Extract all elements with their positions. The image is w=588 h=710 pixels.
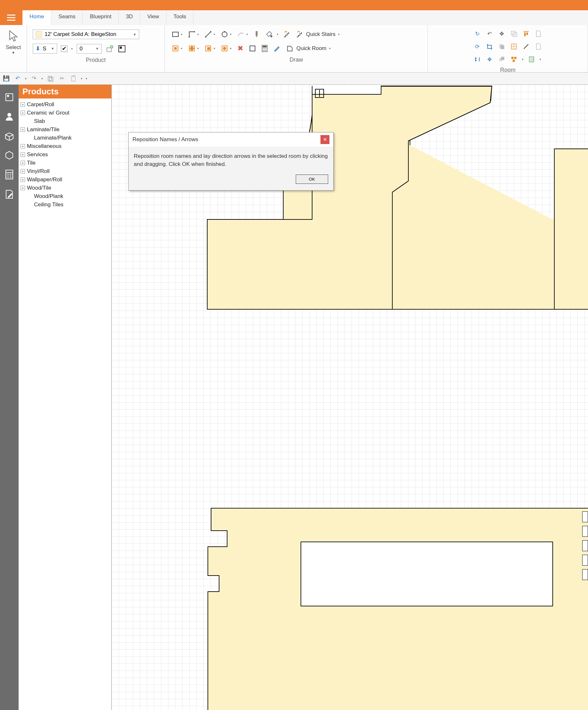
tree-item[interactable]: Laminate/Plank	[20, 134, 110, 142]
outline-rect-icon[interactable]	[248, 44, 257, 53]
calculator-icon[interactable]	[260, 44, 269, 53]
rail-user-icon[interactable]	[4, 112, 14, 121]
rail-box-icon[interactable]	[4, 150, 14, 160]
qat-customize[interactable]: ▾	[86, 77, 87, 80]
grid-icon[interactable]	[510, 42, 518, 51]
tab-home[interactable]: Home	[22, 10, 51, 25]
tree-item[interactable]: +Vinyl/Roll	[20, 167, 110, 175]
doc-icon[interactable]	[534, 29, 542, 38]
list-icon[interactable]	[527, 55, 536, 64]
expand-icon[interactable]: +	[21, 186, 25, 190]
tree-label: Vinyl/Roll	[27, 168, 50, 174]
tree-item[interactable]: +Services	[20, 150, 110, 159]
s-dropdown[interactable]: ⬇ S ▼	[33, 44, 57, 53]
rail-calculator-icon[interactable]	[5, 169, 14, 180]
undo-icon[interactable]: ↶	[14, 74, 22, 83]
expand-icon[interactable]: +	[21, 178, 25, 182]
rotate-icon[interactable]: ↻	[473, 29, 481, 38]
tab-tools[interactable]: Tools	[166, 10, 194, 25]
expand-icon[interactable]: +	[21, 161, 25, 165]
refresh-icon[interactable]: ⟳	[473, 42, 481, 51]
paint-bucket-icon[interactable]	[265, 30, 273, 39]
tree-item[interactable]: +Ceramic w/ Grout	[20, 109, 110, 117]
checkbox[interactable]: ✔	[61, 46, 67, 52]
save-icon[interactable]: 💾	[2, 74, 10, 83]
dialog-titlebar[interactable]: Reposition Names / Arrows ✕	[128, 133, 333, 147]
svg-rect-50	[48, 76, 52, 81]
edge-marker[interactable]	[582, 555, 588, 566]
tree-item[interactable]: +Wallpaper/Roll	[20, 175, 110, 184]
edge-marker[interactable]	[582, 526, 588, 537]
add-product-icon[interactable]	[105, 45, 114, 53]
align-top-icon[interactable]	[522, 29, 530, 38]
corner-tool[interactable]: ▾	[187, 29, 199, 39]
close-icon[interactable]: ✕	[321, 135, 329, 144]
cursor-icon[interactable]	[8, 29, 19, 42]
tab-seams[interactable]: Seams	[51, 10, 83, 25]
hatch-2[interactable]: ▾	[187, 44, 199, 53]
line-tool[interactable]: ▾	[203, 29, 216, 39]
expand-icon[interactable]: +	[21, 152, 25, 157]
delete-icon[interactable]: ✖	[236, 44, 244, 53]
app-menu-button[interactable]	[0, 10, 22, 25]
paste-icon[interactable]	[69, 74, 78, 83]
products-panel: Products +Carpet/Roll +Ceramic w/ Grout …	[19, 85, 112, 710]
select-dropdown[interactable]: ▼	[11, 51, 15, 54]
room-group-label: Room	[500, 67, 516, 73]
expand-icon[interactable]: +	[21, 127, 25, 132]
copy-shape-icon[interactable]	[510, 29, 518, 38]
circle-tool[interactable]: ▾	[220, 29, 232, 39]
crop-icon[interactable]	[485, 42, 494, 51]
tree-item[interactable]: Wood/Plank	[20, 192, 110, 200]
layout-icon[interactable]	[118, 45, 126, 53]
edge-marker[interactable]	[582, 512, 588, 522]
rail-box-open-icon[interactable]	[4, 131, 15, 141]
shape-union-icon[interactable]	[497, 55, 506, 64]
quick-room-button[interactable]: Quick Room ▾	[285, 44, 331, 53]
hatch-3[interactable]: ▾	[203, 44, 216, 53]
expand-icon[interactable]: +	[21, 169, 25, 173]
pencil-icon[interactable]	[273, 44, 281, 53]
flip-v-icon[interactable]	[473, 55, 481, 64]
expand-icon[interactable]: +	[21, 111, 25, 115]
ok-button[interactable]: OK	[296, 174, 328, 184]
edge-marker[interactable]	[582, 540, 588, 551]
group-product: 12' Carpet Solid A: BeigeSton ▼ ⬇ S ▼ ✔▾…	[27, 25, 165, 72]
expand-icon[interactable]: +	[21, 144, 25, 148]
svg-rect-42	[501, 57, 504, 60]
edge-marker[interactable]	[582, 569, 588, 580]
tab-view[interactable]: View	[140, 10, 166, 25]
tree-item[interactable]: +Tile	[20, 159, 110, 167]
tree-item[interactable]: +Laminate/Tile	[20, 125, 110, 134]
num-dropdown[interactable]: 0 ▼	[77, 44, 102, 53]
rail-edit-doc-icon[interactable]	[4, 189, 14, 199]
tree-item[interactable]: +Miscellaneous	[20, 142, 110, 150]
paint-marker-icon[interactable]	[253, 30, 261, 39]
hatch-4[interactable]: ▾	[220, 44, 232, 53]
tree-item[interactable]: +Carpet/Roll	[20, 100, 110, 109]
arc-tool[interactable]: ▾	[236, 29, 249, 39]
tab-blueprint[interactable]: Blueprint	[83, 10, 119, 25]
product-dropdown[interactable]: 12' Carpet Solid A: BeigeSton ▼	[33, 29, 139, 39]
expand-icon[interactable]: +	[21, 102, 25, 107]
three-squares-icon[interactable]	[510, 55, 518, 64]
move-icon[interactable]: ✥	[497, 29, 506, 38]
redo-icon[interactable]: ↷	[30, 74, 38, 83]
cut-icon[interactable]: ✂	[58, 74, 66, 83]
tree-item[interactable]: Ceiling Tiles	[20, 200, 110, 209]
layers-icon[interactable]	[497, 42, 506, 51]
room-shape-2[interactable]	[169, 502, 588, 710]
expand-icon[interactable]: ✥	[485, 55, 494, 64]
sheet-icon[interactable]	[534, 42, 542, 51]
quick-stairs-button[interactable]: Quick Stairs ▾	[295, 29, 340, 39]
undo-curve-icon[interactable]: ↶	[485, 29, 494, 38]
tree-item[interactable]: +Wood/Tile	[20, 184, 110, 192]
stairs-icon-1[interactable]	[282, 30, 291, 39]
hatch-1[interactable]: ▾	[171, 44, 183, 53]
rail-worksheet-icon[interactable]	[4, 92, 14, 102]
rect-tool[interactable]: ▾	[171, 29, 183, 39]
diag-line-icon[interactable]	[522, 42, 530, 51]
copy-icon[interactable]	[46, 74, 54, 83]
tree-item[interactable]: Slab	[20, 117, 110, 125]
tab-3d[interactable]: 3D	[119, 10, 140, 25]
